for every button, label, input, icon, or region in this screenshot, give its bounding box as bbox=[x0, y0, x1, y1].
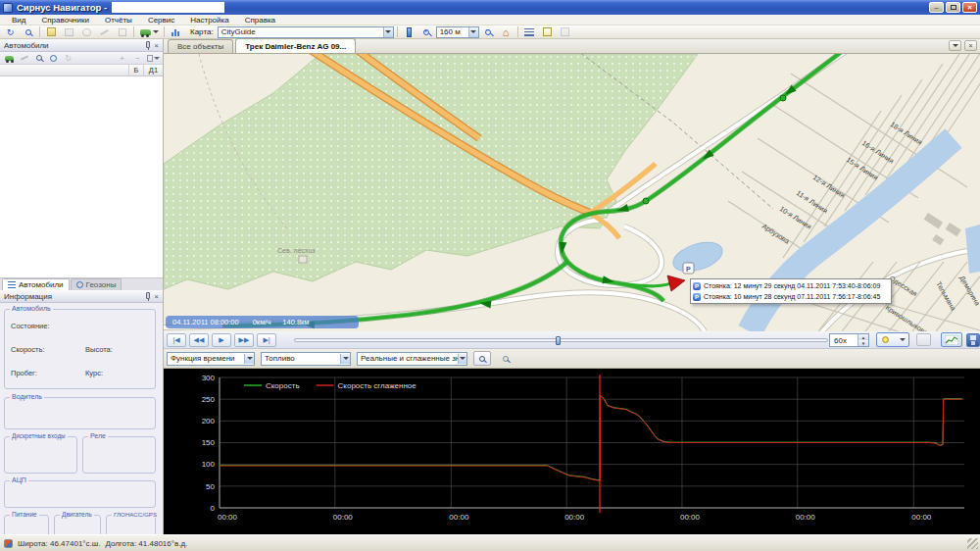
combo-caret[interactable] bbox=[340, 354, 350, 364]
field-course: Курс: bbox=[85, 369, 103, 377]
close-info-button[interactable]: × bbox=[154, 292, 159, 301]
highlight-track-button[interactable] bbox=[876, 332, 909, 347]
chart-zoom-in-button[interactable] bbox=[473, 351, 491, 366]
chart-parameter-select[interactable]: Топливо bbox=[261, 352, 351, 366]
vehicles-list[interactable] bbox=[0, 76, 163, 277]
tab-vehicles[interactable]: Автомобили bbox=[2, 278, 70, 290]
vehicle-menu-button[interactable] bbox=[137, 26, 161, 38]
edit-track-button[interactable] bbox=[43, 26, 60, 38]
group-discrete-label: Дискретные входы bbox=[10, 432, 68, 439]
stop-entry[interactable]: Стоянка: 12 минут 29 секунд 04.11.2011 7… bbox=[693, 280, 889, 291]
restore-button[interactable] bbox=[946, 2, 960, 13]
list-options-button[interactable] bbox=[147, 53, 160, 64]
legend-list-button[interactable] bbox=[521, 26, 538, 38]
notepad-icon bbox=[543, 27, 552, 36]
close-panel-button[interactable]: × bbox=[154, 41, 159, 50]
stop-flag-marker[interactable]: P bbox=[683, 263, 694, 274]
menu-spravochniki[interactable]: Справочники bbox=[33, 16, 96, 25]
tab-track[interactable]: Трек Daimler-Benz AG 09... bbox=[235, 38, 356, 53]
forward-button[interactable]: ▶▶ bbox=[234, 333, 254, 347]
show-all-button[interactable] bbox=[3, 53, 16, 64]
geo-button[interactable] bbox=[47, 53, 60, 64]
spin-down-button[interactable]: ▼ bbox=[858, 340, 868, 346]
menu-nastroika[interactable]: Настройка bbox=[182, 16, 236, 25]
tab-close-button[interactable]: × bbox=[964, 40, 977, 51]
column-name[interactable] bbox=[0, 65, 129, 75]
tab-scroll-button[interactable] bbox=[949, 40, 961, 51]
map-select[interactable]: CityGuide bbox=[218, 26, 394, 38]
remove-button[interactable]: − bbox=[131, 53, 144, 64]
chevron-down-icon[interactable] bbox=[900, 338, 906, 341]
timeline-slider[interactable] bbox=[294, 338, 828, 342]
track-node bbox=[780, 95, 786, 101]
pin-icon[interactable] bbox=[146, 41, 150, 48]
speed-chart[interactable]: 05010015020025030000:0000:0000:0000:0000… bbox=[164, 369, 980, 534]
route-button[interactable] bbox=[61, 26, 77, 38]
menu-vid[interactable]: Вид bbox=[4, 16, 33, 25]
parking-icon bbox=[693, 293, 701, 301]
zoom-in-button[interactable]: + bbox=[418, 26, 435, 38]
speed-chart-svg[interactable]: 05010015020025030000:0000:0000:0000:0000… bbox=[164, 369, 980, 534]
refresh-list-button[interactable]: ↻ bbox=[62, 53, 74, 64]
extra-button[interactable] bbox=[557, 26, 573, 38]
chart-mode-select[interactable]: Функция времени bbox=[167, 352, 255, 366]
tab-geozones[interactable]: Геозоны bbox=[71, 278, 122, 290]
to-start-button[interactable]: |◀ bbox=[167, 333, 186, 347]
chart-zoom-out-button[interactable] bbox=[497, 351, 514, 366]
zoom-in-icon bbox=[479, 356, 485, 362]
title-bar: Сирнус Навигатор - – × bbox=[0, 0, 980, 15]
grid-icon bbox=[119, 28, 126, 36]
combo-caret[interactable] bbox=[244, 354, 254, 364]
save-button[interactable] bbox=[966, 333, 980, 347]
refresh-button[interactable]: ↻ bbox=[2, 26, 19, 38]
map-combo-label: Карта: bbox=[190, 27, 214, 36]
tab-geozones-label: Геозоны bbox=[86, 280, 117, 289]
svg-text:00:00: 00:00 bbox=[449, 513, 469, 522]
menu-otchety[interactable]: Отчёты bbox=[97, 16, 140, 25]
measure-button[interactable] bbox=[96, 26, 113, 38]
list-icon bbox=[524, 28, 534, 36]
find-vehicle-button[interactable] bbox=[32, 53, 45, 64]
notes-button[interactable] bbox=[539, 26, 556, 38]
minimize-button[interactable]: – bbox=[929, 2, 944, 13]
app-icon bbox=[3, 3, 13, 13]
home-button[interactable]: ⌂ bbox=[498, 26, 514, 38]
column-b[interactable]: Б bbox=[129, 65, 144, 75]
close-button[interactable]: × bbox=[962, 2, 977, 13]
car-icon bbox=[140, 29, 151, 35]
combo-caret[interactable] bbox=[458, 354, 466, 364]
search-button[interactable] bbox=[20, 26, 36, 38]
playback-speed-spinner[interactable]: 60x ▲ ▼ bbox=[829, 333, 869, 347]
menu-servis[interactable]: Сервис bbox=[140, 16, 182, 25]
combo-caret[interactable] bbox=[383, 27, 393, 37]
tab-all-objects[interactable]: Все объекты bbox=[168, 39, 233, 53]
column-d1[interactable]: Д1 bbox=[144, 65, 163, 75]
scale-ruler-button[interactable] bbox=[401, 26, 417, 38]
chart-values-select[interactable]: Реальные и сглаженные значен bbox=[357, 352, 467, 366]
separator bbox=[517, 26, 518, 37]
timeline-slider-thumb[interactable] bbox=[556, 336, 561, 345]
vehicles-column-headers: Б Д1 bbox=[0, 65, 163, 76]
reports-chart-button[interactable] bbox=[168, 26, 184, 38]
menu-spravka[interactable]: Справка bbox=[237, 16, 283, 25]
pin-icon[interactable] bbox=[146, 292, 150, 299]
to-end-button[interactable]: ▶| bbox=[257, 333, 276, 347]
separator bbox=[133, 26, 134, 37]
zoom-out-button[interactable]: − bbox=[480, 26, 497, 38]
stop-entry[interactable]: Стоянка: 10 минут 28 секунд 07.11.2011 7… bbox=[693, 291, 889, 302]
grid-button[interactable] bbox=[114, 26, 130, 38]
scale-ruler-icon bbox=[407, 27, 412, 37]
add-button[interactable]: + bbox=[116, 53, 128, 64]
track-button[interactable] bbox=[18, 53, 30, 64]
resize-grip[interactable] bbox=[967, 538, 978, 549]
rewind-button[interactable]: ◀◀ bbox=[189, 333, 209, 347]
show-chart-button[interactable] bbox=[941, 332, 962, 347]
map-view[interactable]: 18-я Линия 16-я Линия 15-я Линия 12-я Ли… bbox=[164, 54, 980, 331]
option-toggle-button[interactable] bbox=[916, 333, 931, 346]
scale-select[interactable]: 160 м bbox=[436, 26, 479, 38]
combo-caret[interactable] bbox=[468, 27, 478, 37]
play-button[interactable]: ▶ bbox=[212, 333, 231, 347]
group-adc: АЦП bbox=[4, 480, 156, 508]
field-mileage: Пробег: bbox=[11, 369, 37, 377]
follow-button[interactable] bbox=[78, 26, 95, 38]
